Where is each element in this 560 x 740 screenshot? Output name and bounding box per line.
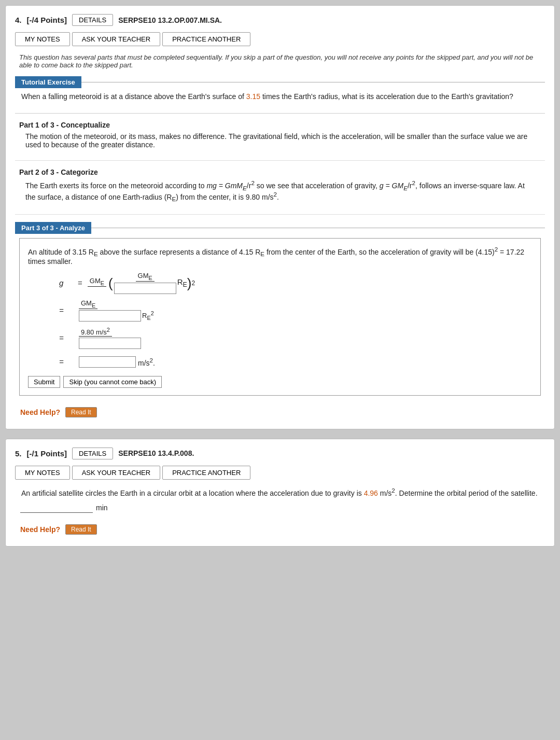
action-buttons-4: MY NOTES ASK YOUR TEACHER PRACTICE ANOTH…	[15, 32, 545, 46]
tutorial-header: Tutorial Exercise	[15, 76, 81, 88]
formula-input-3[interactable]	[79, 338, 141, 349]
q5-text-before: An artificial satellite circles the Eart…	[21, 489, 364, 497]
question-4-points: [-/4 Points]	[27, 16, 67, 24]
question-text-before: When a falling meteoroid is at a distanc…	[21, 92, 246, 101]
formula-row-1: g = GME ( GME RE )	[59, 272, 532, 294]
formula-input-4[interactable]	[79, 356, 136, 368]
submit-row: Submit Skip (you cannot come back)	[28, 376, 532, 388]
read-it-button-4[interactable]: Read It	[65, 407, 97, 417]
q5-text3: . Determine the orbital period of the sa…	[395, 489, 538, 497]
question-5-header: 5. [-/1 Points] DETAILS SERPSE10 13.4.P.…	[15, 448, 545, 459]
formula-area: g = GME ( GME RE )	[59, 272, 532, 368]
question-5-code: SERPSE10 13.4.P.008.	[118, 449, 194, 457]
ask-teacher-button-4[interactable]: ASK YOUR TEACHER	[72, 32, 160, 46]
gm-fraction-2: GME RE2	[79, 299, 154, 322]
question-4-code: SERPSE10 13.2.OP.007.MI.SA.	[118, 16, 222, 24]
part-3-header: Part 3 of 3 - Analyze	[15, 222, 91, 234]
square-exp: 2	[191, 280, 195, 287]
my-notes-button-4[interactable]: MY NOTES	[15, 32, 70, 46]
ask-teacher-button-5[interactable]: ASK YOUR TEACHER	[72, 466, 160, 480]
details-button-4[interactable]: DETAILS	[72, 14, 113, 26]
tutorial-section: Tutorial Exercise When a falling meteoro…	[15, 76, 545, 114]
question-text-after: times the Earth's radius, what is its ac…	[260, 92, 513, 101]
highlight-value-4: 3.15	[246, 92, 260, 101]
q5-highlight: 4.96	[364, 489, 378, 497]
sequential-note: This question has several parts that mus…	[15, 53, 545, 69]
part-1-section: Part 1 of 3 - Conceptualize The motion o…	[15, 121, 545, 161]
formula-input-1[interactable]	[114, 283, 176, 294]
left-paren: (	[108, 276, 113, 290]
re2-label: RE2	[142, 310, 154, 321]
part-2-text: The Earth exerts its force on the meteor…	[15, 179, 545, 203]
formula-row-4: = m/s2.	[59, 356, 532, 368]
analyze-box: An altitude of 3.15 RE above the surface…	[19, 238, 541, 396]
open-paren-1: GME	[86, 277, 108, 289]
equals-3: =	[59, 333, 75, 342]
question-5-points: [-/1 Points]	[27, 449, 67, 458]
question-5-number: 5.	[15, 449, 22, 458]
gm-fraction: GME	[114, 272, 176, 294]
part-1-header: Part 1 of 3 - Conceptualize	[15, 121, 545, 129]
gm-e-numerator: GME	[88, 277, 106, 287]
unit-label: min	[96, 504, 108, 512]
formula-row-2: = GME RE2	[59, 299, 532, 322]
need-help-label-4: Need Help?	[20, 408, 60, 416]
part-2-section: Part 2 of 3 - Categorize The Earth exert…	[15, 168, 545, 215]
need-help-label-5: Need Help?	[20, 525, 60, 534]
question-4-text: When a falling meteoroid is at a distanc…	[15, 92, 545, 101]
g-label: g	[59, 278, 75, 287]
question-4-header: 4. [-/4 Points] DETAILS SERPSE10 13.2.OP…	[15, 14, 545, 26]
tutorial-divider	[81, 82, 545, 82]
tutorial-title-row: Tutorial Exercise	[15, 76, 545, 88]
right-paren: )	[187, 276, 192, 290]
satellite-answer-row: min	[15, 502, 545, 513]
part-3-section: Part 3 of 3 - Analyze An altitude of 3.1…	[15, 222, 545, 396]
action-buttons-5: MY NOTES ASK YOUR TEACHER PRACTICE ANOTH…	[15, 466, 545, 480]
satellite-answer-input[interactable]	[20, 502, 93, 513]
nine-eighty-fraction: 9.80 m/s2	[79, 327, 141, 349]
part-2-header: Part 2 of 3 - Categorize	[15, 168, 545, 176]
equals-4: =	[59, 357, 75, 366]
question-4-card: 4. [-/4 Points] DETAILS SERPSE10 13.2.OP…	[5, 5, 555, 429]
part-1-text: The motion of the meteoroid, or its mass…	[15, 132, 545, 149]
analyze-text: An altitude of 3.15 RE above the surface…	[28, 246, 532, 266]
equals-2: =	[59, 306, 75, 315]
read-it-button-5[interactable]: Read It	[65, 524, 97, 535]
question-4-number: 4.	[15, 16, 22, 24]
re-label-1: RE	[177, 277, 187, 288]
formula-row-3: = 9.80 m/s2	[59, 327, 532, 349]
part-3-divider	[91, 228, 545, 228]
my-notes-button-5[interactable]: MY NOTES	[15, 466, 70, 480]
submit-button[interactable]: Submit	[28, 376, 60, 388]
ms2-unit: m/s2.	[138, 357, 155, 367]
part-3-header-row: Part 3 of 3 - Analyze	[15, 222, 545, 234]
details-button-5[interactable]: DETAILS	[72, 448, 113, 459]
need-help-4: Need Help? Read It	[15, 403, 545, 420]
need-help-5: Need Help? Read It	[15, 520, 545, 537]
practice-another-button-4[interactable]: PRACTICE ANOTHER	[162, 32, 250, 46]
practice-another-button-5[interactable]: PRACTICE ANOTHER	[162, 466, 250, 480]
question-5-text: An artificial satellite circles the Eart…	[15, 487, 545, 497]
question-5-card: 5. [-/1 Points] DETAILS SERPSE10 13.4.P.…	[5, 439, 555, 547]
q5-text2: m/s	[378, 489, 391, 497]
skip-button[interactable]: Skip (you cannot come back)	[63, 376, 162, 388]
formula-input-2[interactable]	[79, 310, 141, 322]
